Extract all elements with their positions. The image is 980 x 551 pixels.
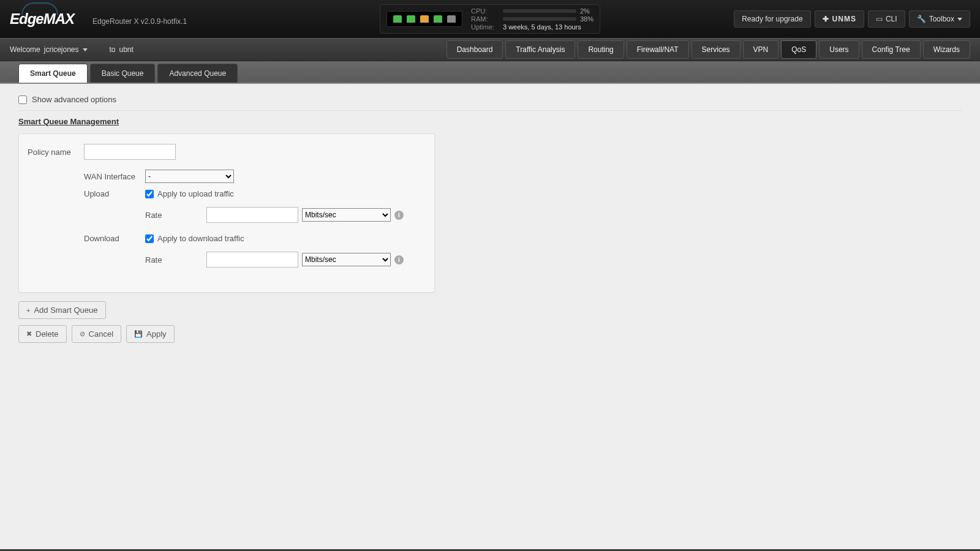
unms-label: UNMS	[832, 15, 856, 23]
logo-arc-icon	[21, 2, 58, 15]
welcome-to: to	[110, 45, 116, 54]
port-icon	[447, 15, 456, 23]
upload-apply-label: Apply to upload traffic	[157, 189, 234, 198]
tab-advanced-queue[interactable]: Advanced Queue	[157, 64, 238, 83]
welcome-prefix: Welcome	[10, 45, 40, 54]
cli-button[interactable]: ▭ CLI	[868, 10, 905, 28]
show-advanced-label: Show advanced options	[32, 95, 116, 104]
port-icon	[407, 15, 415, 23]
download-rate-label: Rate	[145, 255, 206, 264]
download-apply-label: Apply to download traffic	[157, 234, 244, 243]
uptime-value: 3 weeks, 5 days, 13 hours	[503, 23, 581, 31]
cancel-icon: ⊘	[80, 330, 85, 338]
info-icon[interactable]: i	[394, 255, 404, 264]
status-panel: CPU: 2% RAM: 38% Uptime: 3 weeks, 5 days…	[380, 4, 600, 34]
ram-value: 38%	[580, 15, 594, 23]
nav-vpn[interactable]: VPN	[743, 40, 779, 59]
ram-label: RAM:	[471, 15, 499, 23]
upload-label: Upload	[84, 189, 145, 198]
nav-services[interactable]: Services	[692, 40, 741, 59]
add-smart-queue-button[interactable]: + Add Smart Queue	[18, 301, 106, 319]
plus-icon: +	[26, 307, 30, 314]
policy-name-input[interactable]	[84, 144, 176, 160]
wan-interface-select[interactable]: -	[145, 170, 234, 183]
wrench-icon: 🔧	[917, 15, 926, 23]
toolbox-label: Toolbox	[929, 15, 954, 23]
content-area: Show advanced options Smart Queue Manage…	[0, 84, 980, 549]
delete-label: Delete	[36, 329, 59, 339]
apply-button[interactable]: 💾 Apply	[126, 325, 175, 343]
cli-label: CLI	[886, 15, 897, 23]
top-bar: EdgeMAX EdgeRouter X v2.0.9-hotfix.1 CPU…	[0, 0, 980, 38]
upload-rate-label: Rate	[145, 211, 206, 220]
chevron-down-icon	[83, 48, 88, 51]
tab-bar: Smart QueueBasic QueueAdvanced Queue	[0, 61, 980, 84]
download-apply-checkbox[interactable]	[145, 234, 154, 243]
cpu-value: 2%	[580, 7, 590, 15]
wan-interface-label: WAN Interface	[84, 172, 145, 181]
tab-smart-queue[interactable]: Smart Queue	[18, 64, 88, 83]
welcome-user: jcricejones	[44, 45, 79, 54]
nav-qos[interactable]: QoS	[781, 40, 816, 59]
cancel-button[interactable]: ⊘ Cancel	[72, 325, 121, 343]
show-advanced-checkbox[interactable]	[18, 96, 27, 104]
terminal-icon: ▭	[876, 15, 883, 23]
apply-label: Apply	[146, 329, 167, 339]
welcome-text[interactable]: Welcome jcricejones to ubnt	[10, 45, 134, 54]
upload-rate-unit-select[interactable]: Mbits/sec	[302, 208, 391, 222]
port-icon	[434, 15, 442, 23]
port-icon	[393, 15, 402, 23]
delete-button[interactable]: ✖ Delete	[18, 325, 67, 343]
stats-block: CPU: 2% RAM: 38% Uptime: 3 weeks, 5 days…	[471, 7, 594, 31]
chevron-down-icon	[957, 18, 962, 21]
nav-users[interactable]: Users	[819, 40, 859, 59]
upgrade-button[interactable]: Ready for upgrade	[734, 10, 810, 28]
download-label: Download	[84, 234, 145, 243]
show-advanced-row[interactable]: Show advanced options	[18, 92, 962, 111]
section-title: Smart Queue Management	[18, 117, 962, 126]
add-label: Add Smart Queue	[34, 305, 97, 315]
plus-icon: ✚	[823, 15, 829, 23]
policy-name-label: Policy name	[25, 148, 84, 157]
sub-bar: Welcome jcricejones to ubnt DashboardTra…	[0, 38, 980, 61]
upload-rate-input[interactable]	[206, 207, 298, 223]
download-rate-unit-select[interactable]: Mbits/sec	[302, 253, 391, 266]
unms-button[interactable]: ✚ UNMS	[815, 10, 864, 28]
toolbox-button[interactable]: 🔧 Toolbox	[909, 10, 970, 28]
smart-queue-form: Policy name WAN Interface - Upload Apply…	[18, 133, 435, 293]
upload-apply-checkbox[interactable]	[145, 190, 154, 198]
nav-routing[interactable]: Routing	[578, 40, 624, 59]
tab-basic-queue[interactable]: Basic Queue	[90, 64, 156, 83]
device-name: EdgeRouter X v2.0.9-hotfix.1	[92, 17, 187, 26]
nav-config-tree[interactable]: Config Tree	[862, 40, 921, 59]
save-icon: 💾	[134, 330, 143, 338]
close-icon: ✖	[26, 330, 32, 338]
port-status-box	[386, 11, 462, 27]
cpu-label: CPU:	[471, 7, 499, 15]
welcome-host: ubnt	[119, 45, 134, 54]
topbar-actions: Ready for upgrade ✚ UNMS ▭ CLI 🔧 Toolbox	[734, 10, 970, 28]
main-nav: DashboardTraffic AnalysisRoutingFirewall…	[447, 40, 970, 59]
nav-wizards[interactable]: Wizards	[923, 40, 970, 59]
info-icon[interactable]: i	[394, 211, 404, 220]
download-rate-input[interactable]	[206, 252, 298, 268]
nav-dashboard[interactable]: Dashboard	[447, 40, 503, 59]
port-icon	[420, 15, 429, 23]
nav-traffic-analysis[interactable]: Traffic Analysis	[505, 40, 575, 59]
uptime-label: Uptime:	[471, 23, 499, 31]
cancel-label: Cancel	[89, 329, 113, 339]
nav-firewall-nat[interactable]: Firewall/NAT	[627, 40, 689, 59]
